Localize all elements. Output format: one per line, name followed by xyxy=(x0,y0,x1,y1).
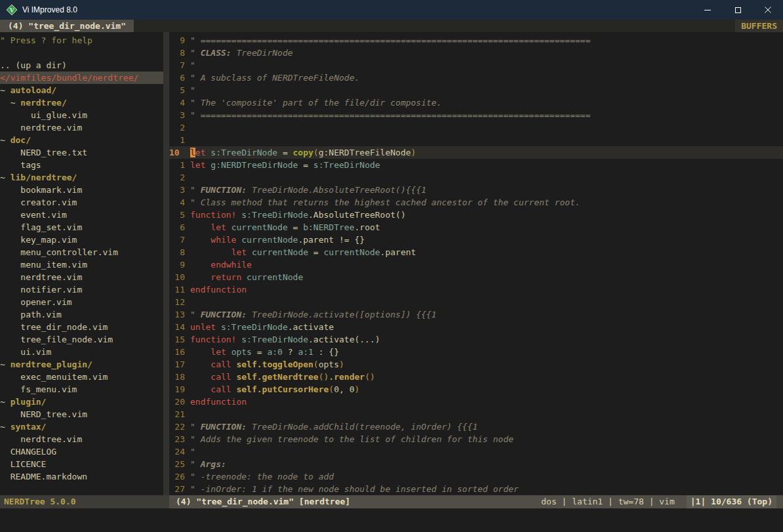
code-line[interactable]: 17 call self.toggleOpen(opts) xyxy=(169,358,783,371)
code-line[interactable]: 25" Args: xyxy=(169,458,783,470)
nerdtree-file-item[interactable]: ui_glue.vim xyxy=(0,109,163,121)
minimize-button[interactable] xyxy=(693,0,723,20)
code-text: return currentNode xyxy=(190,271,783,283)
code-line[interactable]: 3" FUNCTION: TreeDirNode.AbsoluteTreeRoo… xyxy=(169,184,783,196)
code-text: let s:TreeDirNode = copy(g:NERDTreeFileN… xyxy=(190,146,783,159)
nerdtree-file-item[interactable]: opener.vim xyxy=(0,296,163,308)
nerdtree-dir-item[interactable]: ~ lib/nerdtree/ xyxy=(0,171,163,184)
code-line[interactable]: 13" FUNCTION: TreeDirNode.activate([opti… xyxy=(169,308,783,321)
vertical-split-handle[interactable] xyxy=(163,32,169,495)
nerdtree-file-item[interactable]: NERD_tree.vim xyxy=(0,408,163,420)
maximize-icon xyxy=(735,7,741,13)
close-button[interactable] xyxy=(753,0,783,20)
nerdtree-file-item[interactable]: tree_dir_node.vim xyxy=(0,321,163,333)
nerdtree-file-item[interactable]: creator.vim xyxy=(0,196,163,209)
maximize-button[interactable] xyxy=(723,0,753,20)
code-text: endfunction xyxy=(190,396,783,408)
code-line[interactable]: 2 xyxy=(169,171,783,184)
code-line[interactable]: 15function! s:TreeDirNode.activate(...) xyxy=(169,333,783,346)
line-number: 24 xyxy=(169,445,185,458)
nerdtree-dir-item[interactable]: ~ nerdtree/ xyxy=(0,96,163,109)
code-text: let currentNode = currentNode.parent xyxy=(190,246,783,258)
nerdtree-file-item[interactable]: menu_controller.vim xyxy=(0,246,163,258)
code-line[interactable]: 24" xyxy=(169,445,783,458)
code-line[interactable]: 21 xyxy=(169,408,783,420)
code-line[interactable]: 9 endwhile xyxy=(169,258,783,271)
tab-tree-dir-node[interactable]: (4) "tree_dir_node.vim" xyxy=(0,20,134,32)
code-line[interactable]: 22" FUNCTION: TreeDirNode.addChild(treen… xyxy=(169,420,783,433)
code-line[interactable]: 10 return currentNode xyxy=(169,271,783,283)
nerdtree-file-item[interactable]: nerdtree.vim xyxy=(0,433,163,445)
nerdtree-dir-item[interactable]: ~ autoload/ xyxy=(0,84,163,96)
code-line[interactable]: 9" =====================================… xyxy=(169,34,783,47)
code-line[interactable]: 16 let opts = a:0 ? a:1 : {} xyxy=(169,346,783,358)
code-line[interactable]: 6" A subclass of NERDTreeFileNode. xyxy=(169,72,783,84)
nerdtree-file-item[interactable]: NERD_tree.txt xyxy=(0,146,163,159)
nerdtree-file-item[interactable]: README.markdown xyxy=(0,470,163,483)
nerdtree-file-item[interactable]: ui.vim xyxy=(0,346,163,358)
code-line[interactable]: 2 xyxy=(169,121,783,134)
nerdtree-file-item[interactable]: nerdtree.vim xyxy=(0,271,163,283)
window-title: Vi IMproved 8.0 xyxy=(22,5,77,14)
code-line[interactable]: 7" xyxy=(169,59,783,72)
code-line[interactable]: 20endfunction xyxy=(169,396,783,408)
code-line[interactable]: 27" -inOrder: 1 if the new node should b… xyxy=(169,483,783,495)
code-line[interactable]: 3" =====================================… xyxy=(169,109,783,121)
code-text xyxy=(190,296,783,308)
code-line[interactable]: 4" Class method that returns the highest… xyxy=(169,196,783,209)
code-line[interactable]: 1let g:NERDTreeDirNode = s:TreeDirNode xyxy=(169,159,783,171)
code-text: " A subclass of NERDTreeFileNode. xyxy=(190,72,783,84)
nerdtree-file-item[interactable]: path.vim xyxy=(0,308,163,321)
nerdtree-file-item[interactable]: nerdtree.vim xyxy=(0,121,163,134)
nerdtree-dir-item[interactable]: ~ nerdtree_plugin/ xyxy=(0,358,163,371)
dir-name: nerdtree/ xyxy=(20,98,66,108)
nerdtree-file-item[interactable]: event.vim xyxy=(0,209,163,221)
svg-text:V: V xyxy=(9,7,14,14)
code-line[interactable]: 5" xyxy=(169,84,783,96)
command-line[interactable] xyxy=(0,508,783,532)
code-line[interactable]: 1 xyxy=(169,134,783,146)
code-line[interactable]: 7 while currentNode.parent != {} xyxy=(169,234,783,246)
nerdtree-file-item[interactable]: LICENCE xyxy=(0,458,163,470)
nerdtree-file-item[interactable]: flag_set.vim xyxy=(0,221,163,234)
nerdtree-dir-item[interactable]: ~ syntax/ xyxy=(0,420,163,433)
line-number: 10 xyxy=(169,271,185,283)
nerdtree-file-item[interactable]: tree_file_node.vim xyxy=(0,333,163,346)
nerdtree-file-item[interactable]: tags xyxy=(0,159,163,171)
code-line[interactable]: 23" Adds the given treenode to the list … xyxy=(169,433,783,445)
nerdtree-file-item[interactable]: fs_menu.vim xyxy=(0,383,163,396)
code-line[interactable]: 26" -treenode: the node to add xyxy=(169,470,783,483)
titlebar[interactable]: V Vi IMproved 8.0 xyxy=(0,0,783,20)
code-line[interactable]: 6 let currentNode = b:NERDTree.root xyxy=(169,221,783,234)
code-line[interactable]: 8" CLASS: TreeDirNode xyxy=(169,47,783,59)
code-line[interactable]: 11endfunction xyxy=(169,283,783,296)
code-line[interactable]: 4" The 'composite' part of the file/dir … xyxy=(169,96,783,109)
line-number: 7 xyxy=(169,234,185,246)
code-line[interactable]: 8 let currentNode = currentNode.parent xyxy=(169,246,783,258)
nerdtree-file-item[interactable]: bookmark.vim xyxy=(0,184,163,196)
line-number: 20 xyxy=(169,396,185,408)
tabline-fill xyxy=(134,20,735,32)
buffers-label[interactable]: BUFFERS xyxy=(735,20,783,32)
code-line[interactable]: 19 call self.putCursorHere(0, 0) xyxy=(169,383,783,396)
editor-panel[interactable]: 9" =====================================… xyxy=(169,32,783,495)
line-number: 9 xyxy=(169,34,185,47)
nerdtree-file-item[interactable]: key_map.vim xyxy=(0,234,163,246)
code-line[interactable]: 5function! s:TreeDirNode.AbsoluteTreeRoo… xyxy=(169,209,783,221)
nerdtree-up-dir[interactable]: .. (up a dir) xyxy=(0,59,163,72)
nerdtree-file-item[interactable]: exec_menuitem.vim xyxy=(0,371,163,383)
dir-name: nerdtree_plugin/ xyxy=(10,359,92,369)
nerdtree-dir-item[interactable]: ~ plugin/ xyxy=(0,396,163,408)
editor-statusline: (4) "tree_dir_node.vim" [nerdtree] dos |… xyxy=(169,495,783,508)
code-text: " -treenode: the node to add xyxy=(190,470,783,483)
nerdtree-file-item[interactable]: CHANGELOG xyxy=(0,445,163,458)
code-line[interactable]: 14unlet s:TreeDirNode.activate xyxy=(169,321,783,333)
nerdtree-file-item[interactable]: notifier.vim xyxy=(0,283,163,296)
nerdtree-root-path[interactable]: </vimfiles/bundle/nerdtree/ xyxy=(0,72,163,84)
nerdtree-help-hint[interactable]: " Press ? for help xyxy=(0,34,163,47)
code-line[interactable]: 12 xyxy=(169,296,783,308)
nerdtree-file-item[interactable]: menu_item.vim xyxy=(0,258,163,271)
code-line-current[interactable]: 10let s:TreeDirNode = copy(g:NERDTreeFil… xyxy=(169,146,783,159)
code-line[interactable]: 18 call self.getNerdtree().render() xyxy=(169,371,783,383)
nerdtree-dir-item[interactable]: ~ doc/ xyxy=(0,134,163,146)
